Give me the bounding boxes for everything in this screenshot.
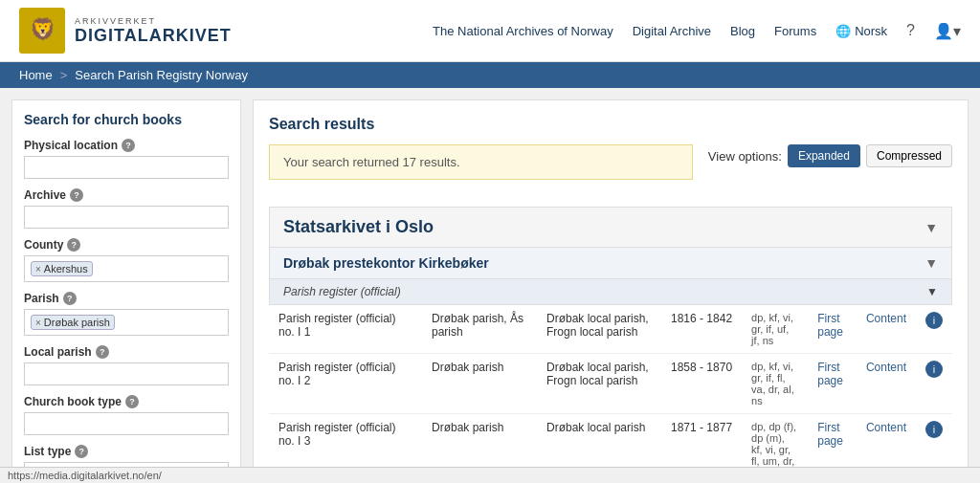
list-type-help[interactable]: ?	[75, 445, 88, 458]
row-parish: Drøbak parish	[422, 354, 537, 414]
parish-tag-drobak: × Drøbak parish	[31, 315, 115, 330]
archive-name: Statsarkivet i Oslo	[283, 217, 434, 237]
main-container: Search for church books Physical locatio…	[0, 88, 980, 483]
view-options: View options: Expanded Compressed	[708, 144, 952, 167]
nav-norsk-label: Norsk	[855, 24, 887, 38]
sub-archive-header[interactable]: Drøbak prestekontor Kirkebøker ▼	[269, 248, 952, 279]
table-row: Parish register (official) no. I 1 Drøba…	[269, 305, 952, 354]
breadcrumb-sep: >	[60, 68, 68, 82]
svg-text:🦁: 🦁	[30, 16, 56, 42]
nav-national-archives[interactable]: The National Archives of Norway	[433, 24, 613, 38]
church-book-type-group: Church book type ?	[24, 395, 229, 435]
nav-language[interactable]: 🌐 Norsk	[835, 24, 887, 38]
first-page-link[interactable]: First page	[817, 312, 843, 339]
register-type-chevron-icon: ▼	[926, 285, 938, 298]
county-tag-remove[interactable]: ×	[35, 264, 41, 274]
archive-help[interactable]: ?	[70, 188, 83, 202]
logo-top-line: ARKIVVERKET	[75, 16, 232, 26]
view-expanded-button[interactable]: Expanded	[788, 144, 860, 167]
row-parish: Drøbak parish, Ås parish	[422, 305, 537, 354]
logo-emblem: 🦁	[19, 8, 65, 54]
nav-forums[interactable]: Forums	[774, 24, 816, 38]
archive-section: Statsarkivet i Oslo ▼ Drøbak prestekonto…	[269, 207, 952, 483]
status-bar: https://media.digitalarkivet.no/en/	[0, 467, 980, 483]
row-info[interactable]: i	[916, 354, 952, 414]
status-url: https://media.digitalarkivet.no/en/	[8, 470, 162, 481]
content-title: Search results	[269, 116, 952, 133]
row-content[interactable]: Content	[857, 354, 916, 414]
info-icon[interactable]: i	[925, 361, 943, 378]
breadcrumb-bar: Home > Search Parish Registry Norway	[0, 62, 980, 88]
breadcrumb-home[interactable]: Home	[19, 68, 53, 82]
nav-links: The National Archives of Norway Digital …	[433, 22, 961, 40]
register-type-label: Parish register (official)	[283, 285, 401, 298]
local-parish-group: Local parish ?	[24, 345, 229, 385]
logo-bottom-line: DIGITALARKIVET	[75, 26, 232, 46]
parish-group: Parish ? × Drøbak parish	[24, 292, 229, 336]
county-help[interactable]: ?	[67, 238, 80, 252]
view-options-label: View options:	[708, 149, 782, 164]
content-link[interactable]: Content	[866, 361, 906, 374]
content-link[interactable]: Content	[866, 312, 906, 325]
list-type-label: List type ?	[24, 445, 229, 458]
archive-label: Archive ?	[24, 188, 229, 202]
local-parish-input[interactable]	[24, 362, 229, 385]
row-codes: dp, kf, vi, gr, if, uf, jf, ns	[742, 305, 808, 354]
first-page-link[interactable]: First page	[817, 361, 843, 387]
info-icon[interactable]: i	[925, 312, 943, 329]
physical-location-group: Physical location ?	[24, 139, 229, 179]
content-link[interactable]: Content	[866, 421, 906, 434]
nav-digital-archive[interactable]: Digital Archive	[633, 24, 711, 38]
row-info[interactable]: i	[916, 305, 952, 354]
church-book-type-help[interactable]: ?	[125, 395, 139, 408]
info-icon[interactable]: i	[925, 421, 943, 438]
archive-group: Archive ?	[24, 188, 229, 229]
parish-label: Parish ?	[24, 292, 229, 305]
local-parish-help[interactable]: ?	[96, 345, 109, 359]
sub-archive-name: Drøbak prestekontor Kirkebøker	[283, 255, 489, 271]
county-group: County ? × Akershus	[24, 238, 229, 282]
physical-location-input[interactable]	[24, 156, 229, 179]
breadcrumb-current: Search Parish Registry Norway	[75, 68, 248, 82]
globe-icon: 🌐	[835, 24, 851, 38]
church-book-type-label: Church book type ?	[24, 395, 229, 408]
table-row: Parish register (official) no. I 2 Drøba…	[269, 354, 952, 414]
county-tag-input[interactable]: × Akershus	[24, 255, 229, 282]
nav-blog[interactable]: Blog	[730, 24, 755, 38]
row-name: Parish register (official) no. I 2	[269, 354, 422, 414]
archive-header[interactable]: Statsarkivet i Oslo ▼	[269, 207, 952, 248]
row-years: 1816 - 1842	[661, 305, 742, 354]
county-tag-akershus: × Akershus	[31, 261, 93, 276]
physical-location-label: Physical location ?	[24, 139, 229, 152]
help-icon[interactable]: ?	[906, 22, 915, 39]
parish-tag-remove[interactable]: ×	[35, 318, 41, 328]
archive-input[interactable]	[24, 206, 229, 229]
parish-help[interactable]: ?	[63, 292, 77, 305]
sidebar-title: Search for church books	[24, 112, 229, 127]
sidebar: Search for church books Physical locatio…	[11, 99, 241, 483]
local-parish-label: Local parish ?	[24, 345, 229, 359]
parish-tag-input[interactable]: × Drøbak parish	[24, 309, 229, 336]
logo-text-area: ARKIVVERKET DIGITALARKIVET	[75, 16, 232, 46]
sub-archive-chevron-icon: ▼	[924, 255, 938, 271]
results-table: Parish register (official) no. I 1 Drøba…	[269, 305, 952, 483]
row-codes: dp, kf, vi, gr, if, fl, va, dr, al, ns	[742, 354, 808, 414]
church-book-type-input[interactable]	[24, 412, 229, 435]
row-name: Parish register (official) no. I 1	[269, 305, 422, 354]
register-type-header[interactable]: Parish register (official) ▼	[269, 279, 952, 305]
row-content[interactable]: Content	[857, 305, 916, 354]
county-label: County ?	[24, 238, 229, 252]
row-first-page[interactable]: First page	[808, 305, 857, 354]
physical-location-help[interactable]: ?	[122, 139, 135, 152]
row-local: Drøbak local parish, Frogn local parish	[537, 305, 661, 354]
user-icon[interactable]: 👤▾	[934, 22, 961, 40]
row-years: 1858 - 1870	[661, 354, 742, 414]
row-local: Drøbak local parish, Frogn local parish	[537, 354, 661, 414]
logo-area: 🦁 ARKIVVERKET DIGITALARKIVET	[19, 8, 232, 54]
first-page-link[interactable]: First page	[817, 421, 843, 448]
row-first-page[interactable]: First page	[808, 354, 857, 414]
view-compressed-button[interactable]: Compressed	[866, 144, 952, 167]
content-area: Search results Your search returned 17 r…	[253, 99, 969, 483]
top-header: 🦁 ARKIVVERKET DIGITALARKIVET The Nationa…	[0, 0, 980, 62]
result-notice: Your search returned 17 results.	[269, 144, 693, 180]
